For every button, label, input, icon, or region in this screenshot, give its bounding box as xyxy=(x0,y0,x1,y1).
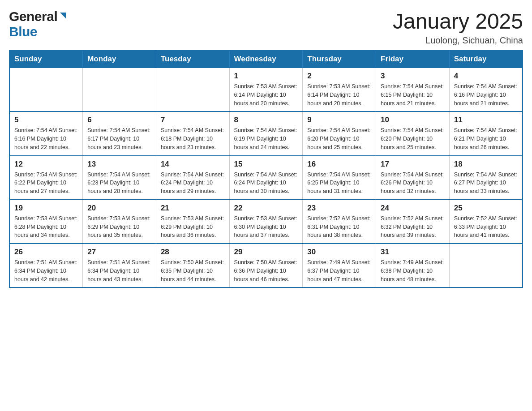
day-number: 7 xyxy=(161,116,225,124)
calendar-empty-cell xyxy=(83,68,156,111)
day-of-week-header: Monday xyxy=(83,51,156,68)
day-info: Sunrise: 7:52 AM Sunset: 6:31 PM Dayligh… xyxy=(307,214,371,240)
calendar-day-cell: 29Sunrise: 7:50 AM Sunset: 6:36 PM Dayli… xyxy=(229,244,303,287)
day-number: 16 xyxy=(307,160,371,169)
day-number: 28 xyxy=(161,248,225,257)
calendar-day-cell: 2Sunrise: 7:53 AM Sunset: 6:14 PM Daylig… xyxy=(303,68,376,111)
day-info: Sunrise: 7:54 AM Sunset: 6:16 PM Dayligh… xyxy=(14,126,78,151)
calendar-day-cell: 12Sunrise: 7:54 AM Sunset: 6:22 PM Dayli… xyxy=(9,156,83,200)
day-info: Sunrise: 7:49 AM Sunset: 6:38 PM Dayligh… xyxy=(381,258,445,283)
calendar-day-cell: 7Sunrise: 7:54 AM Sunset: 6:18 PM Daylig… xyxy=(156,111,229,155)
calendar-day-cell: 25Sunrise: 7:52 AM Sunset: 6:33 PM Dayli… xyxy=(449,200,523,244)
day-number: 5 xyxy=(14,116,78,124)
calendar-day-cell: 20Sunrise: 7:53 AM Sunset: 6:29 PM Dayli… xyxy=(83,200,156,244)
calendar-day-cell: 24Sunrise: 7:52 AM Sunset: 6:32 PM Dayli… xyxy=(376,200,450,244)
day-info: Sunrise: 7:54 AM Sunset: 6:16 PM Dayligh… xyxy=(454,82,518,107)
day-info: Sunrise: 7:53 AM Sunset: 6:30 PM Dayligh… xyxy=(234,214,298,240)
calendar-day-cell: 26Sunrise: 7:51 AM Sunset: 6:34 PM Dayli… xyxy=(9,244,83,287)
month-title: January 2025 xyxy=(393,9,523,34)
day-info: Sunrise: 7:49 AM Sunset: 6:37 PM Dayligh… xyxy=(307,258,371,283)
calendar-week-row: 1Sunrise: 7:53 AM Sunset: 6:14 PM Daylig… xyxy=(9,68,523,111)
day-of-week-header: Tuesday xyxy=(156,51,229,68)
calendar-day-cell: 11Sunrise: 7:54 AM Sunset: 6:21 PM Dayli… xyxy=(449,111,523,155)
day-number: 2 xyxy=(307,72,371,81)
day-info: Sunrise: 7:54 AM Sunset: 6:25 PM Dayligh… xyxy=(307,171,371,196)
calendar-day-cell: 8Sunrise: 7:54 AM Sunset: 6:19 PM Daylig… xyxy=(229,111,303,155)
location-text: Luolong, Sichuan, China xyxy=(393,35,523,46)
calendar-header: SundayMondayTuesdayWednesdayThursdayFrid… xyxy=(9,51,523,68)
day-number: 6 xyxy=(87,116,151,124)
day-number: 4 xyxy=(454,72,518,81)
calendar-day-cell: 17Sunrise: 7:54 AM Sunset: 6:26 PM Dayli… xyxy=(376,156,450,200)
day-info: Sunrise: 7:54 AM Sunset: 6:21 PM Dayligh… xyxy=(454,126,518,151)
calendar-week-row: 19Sunrise: 7:53 AM Sunset: 6:28 PM Dayli… xyxy=(9,200,523,244)
calendar-empty-cell xyxy=(156,68,229,111)
day-number: 12 xyxy=(14,160,78,169)
calendar-day-cell: 13Sunrise: 7:54 AM Sunset: 6:23 PM Dayli… xyxy=(83,156,156,200)
day-number: 21 xyxy=(161,204,225,213)
day-number: 25 xyxy=(454,204,518,213)
day-number: 11 xyxy=(454,116,518,124)
day-info: Sunrise: 7:50 AM Sunset: 6:36 PM Dayligh… xyxy=(234,258,298,283)
logo: General Blue xyxy=(9,9,68,39)
day-info: Sunrise: 7:54 AM Sunset: 6:18 PM Dayligh… xyxy=(161,126,225,151)
day-info: Sunrise: 7:54 AM Sunset: 6:20 PM Dayligh… xyxy=(307,126,371,151)
day-info: Sunrise: 7:52 AM Sunset: 6:32 PM Dayligh… xyxy=(381,214,445,240)
calendar-day-cell: 27Sunrise: 7:51 AM Sunset: 6:34 PM Dayli… xyxy=(83,244,156,287)
day-number: 8 xyxy=(234,116,298,124)
day-number: 20 xyxy=(87,204,151,213)
calendar-day-cell: 3Sunrise: 7:54 AM Sunset: 6:15 PM Daylig… xyxy=(376,68,450,111)
day-of-week-header: Sunday xyxy=(9,51,83,68)
page-header: General Blue January 2025 Luolong, Sichu… xyxy=(9,9,523,46)
day-info: Sunrise: 7:54 AM Sunset: 6:27 PM Dayligh… xyxy=(454,171,518,196)
calendar-day-cell: 15Sunrise: 7:54 AM Sunset: 6:24 PM Dayli… xyxy=(229,156,303,200)
logo-blue-text: Blue xyxy=(9,24,37,39)
day-info: Sunrise: 7:54 AM Sunset: 6:22 PM Dayligh… xyxy=(14,171,78,196)
day-info: Sunrise: 7:54 AM Sunset: 6:20 PM Dayligh… xyxy=(381,126,445,151)
day-number: 19 xyxy=(14,204,78,213)
calendar-day-cell: 10Sunrise: 7:54 AM Sunset: 6:20 PM Dayli… xyxy=(376,111,450,155)
day-info: Sunrise: 7:53 AM Sunset: 6:14 PM Dayligh… xyxy=(307,82,371,107)
day-info: Sunrise: 7:53 AM Sunset: 6:14 PM Dayligh… xyxy=(234,82,298,107)
calendar-day-cell: 21Sunrise: 7:53 AM Sunset: 6:29 PM Dayli… xyxy=(156,200,229,244)
day-number: 9 xyxy=(307,116,371,124)
calendar-day-cell: 31Sunrise: 7:49 AM Sunset: 6:38 PM Dayli… xyxy=(376,244,450,287)
calendar-day-cell: 14Sunrise: 7:54 AM Sunset: 6:24 PM Dayli… xyxy=(156,156,229,200)
day-number: 31 xyxy=(381,248,445,257)
day-info: Sunrise: 7:54 AM Sunset: 6:24 PM Dayligh… xyxy=(234,171,298,196)
day-info: Sunrise: 7:52 AM Sunset: 6:33 PM Dayligh… xyxy=(454,214,518,240)
day-number: 18 xyxy=(454,160,518,169)
calendar-week-row: 12Sunrise: 7:54 AM Sunset: 6:22 PM Dayli… xyxy=(9,156,523,200)
day-number: 3 xyxy=(381,72,445,81)
day-number: 26 xyxy=(14,248,78,257)
day-info: Sunrise: 7:54 AM Sunset: 6:23 PM Dayligh… xyxy=(87,171,151,196)
day-of-week-header: Thursday xyxy=(303,51,376,68)
calendar-empty-cell xyxy=(9,68,83,111)
day-of-week-header: Saturday xyxy=(449,51,523,68)
calendar-day-cell: 9Sunrise: 7:54 AM Sunset: 6:20 PM Daylig… xyxy=(303,111,376,155)
calendar-day-cell: 6Sunrise: 7:54 AM Sunset: 6:17 PM Daylig… xyxy=(83,111,156,155)
day-of-week-header: Friday xyxy=(376,51,450,68)
day-number: 23 xyxy=(307,204,371,213)
calendar-day-cell: 1Sunrise: 7:53 AM Sunset: 6:14 PM Daylig… xyxy=(229,68,303,111)
calendar-day-cell: 30Sunrise: 7:49 AM Sunset: 6:37 PM Dayli… xyxy=(303,244,376,287)
calendar-day-cell: 5Sunrise: 7:54 AM Sunset: 6:16 PM Daylig… xyxy=(9,111,83,155)
day-info: Sunrise: 7:51 AM Sunset: 6:34 PM Dayligh… xyxy=(87,258,151,283)
calendar-day-cell: 22Sunrise: 7:53 AM Sunset: 6:30 PM Dayli… xyxy=(229,200,303,244)
calendar-body: 1Sunrise: 7:53 AM Sunset: 6:14 PM Daylig… xyxy=(9,68,523,287)
day-info: Sunrise: 7:51 AM Sunset: 6:34 PM Dayligh… xyxy=(14,258,78,283)
day-info: Sunrise: 7:53 AM Sunset: 6:28 PM Dayligh… xyxy=(14,214,78,240)
days-of-week-row: SundayMondayTuesdayWednesdayThursdayFrid… xyxy=(9,51,523,68)
day-number: 15 xyxy=(234,160,298,169)
day-number: 29 xyxy=(234,248,298,257)
calendar-day-cell: 28Sunrise: 7:50 AM Sunset: 6:35 PM Dayli… xyxy=(156,244,229,287)
day-info: Sunrise: 7:53 AM Sunset: 6:29 PM Dayligh… xyxy=(87,214,151,240)
calendar-week-row: 26Sunrise: 7:51 AM Sunset: 6:34 PM Dayli… xyxy=(9,244,523,287)
calendar-empty-cell xyxy=(449,244,523,287)
logo-general-text: General xyxy=(9,9,57,24)
day-number: 24 xyxy=(381,204,445,213)
day-info: Sunrise: 7:54 AM Sunset: 6:24 PM Dayligh… xyxy=(161,171,225,196)
day-of-week-header: Wednesday xyxy=(229,51,303,68)
svg-marker-0 xyxy=(60,13,66,19)
day-info: Sunrise: 7:50 AM Sunset: 6:35 PM Dayligh… xyxy=(161,258,225,283)
